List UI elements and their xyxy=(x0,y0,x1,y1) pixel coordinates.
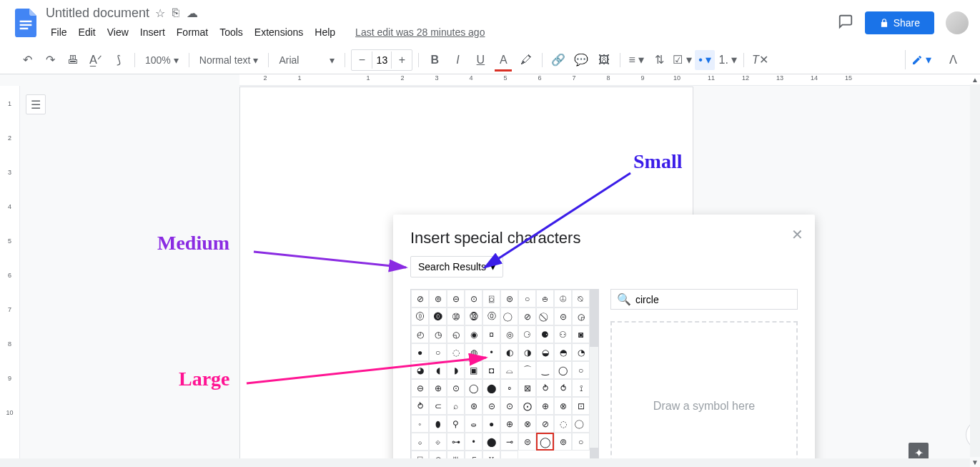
text-color-icon[interactable]: A xyxy=(493,50,513,70)
char-cell[interactable]: ⊶ xyxy=(447,433,465,451)
char-cell[interactable]: ○ xyxy=(429,343,447,361)
char-cell[interactable]: ➉ xyxy=(447,308,465,325)
char-cell[interactable]: • xyxy=(465,433,482,451)
char-cell[interactable]: ◌ xyxy=(447,343,465,361)
char-cell[interactable]: ◙ xyxy=(572,325,590,343)
char-cell[interactable]: ⦹ xyxy=(554,290,572,308)
insert-image-icon[interactable]: 🖼 xyxy=(594,50,614,70)
star-icon[interactable]: ☆ xyxy=(155,6,165,20)
char-cell[interactable]: ⊜ xyxy=(518,433,536,451)
last-edit-link[interactable]: Last edit was 28 minutes ago xyxy=(350,24,490,41)
bold-icon[interactable]: B xyxy=(425,50,445,70)
char-cell[interactable]: ⊘ xyxy=(518,308,536,325)
redo-icon[interactable]: ↷ xyxy=(40,50,60,70)
highlight-icon[interactable]: 🖍 xyxy=(516,50,536,70)
char-cell[interactable]: ⊝ xyxy=(482,397,500,415)
paint-format-icon[interactable]: ⟆ xyxy=(109,50,129,70)
horizontal-ruler[interactable]: 21123456789101112131415 xyxy=(239,74,980,86)
char-cell[interactable]: ◕ xyxy=(411,361,429,379)
char-cell[interactable]: ⃠ xyxy=(536,308,554,325)
char-cell[interactable]: ⊂ xyxy=(429,397,447,415)
char-cell[interactable]: ⊙ xyxy=(447,379,465,397)
cloud-icon[interactable]: ☁ xyxy=(187,6,198,20)
move-icon[interactable]: ⎘ xyxy=(172,6,179,20)
char-cell[interactable]: ◶ xyxy=(572,308,590,325)
draw-symbol-area[interactable]: Draw a symbol here xyxy=(610,321,798,467)
char-cell[interactable]: ⌕ xyxy=(447,397,465,415)
char-cell[interactable]: ◓ xyxy=(554,343,572,361)
font-size-decrease[interactable]: − xyxy=(352,50,372,70)
category-dropdown[interactable]: Search Results ▾ xyxy=(410,256,503,277)
char-cell[interactable]: ⥁ xyxy=(536,379,554,397)
char-cell[interactable]: • xyxy=(482,343,500,361)
menu-help[interactable]: Help xyxy=(310,24,340,41)
char-cell[interactable]: ⚇ xyxy=(554,325,572,343)
char-cell[interactable]: ⊜ xyxy=(500,290,518,308)
insert-link-icon[interactable]: 🔗 xyxy=(548,50,568,70)
char-cell[interactable]: ⊚ xyxy=(554,433,572,451)
char-cell[interactable]: ◯ xyxy=(465,379,482,397)
char-cell[interactable]: ⊕ xyxy=(500,415,518,433)
numbered-list-icon[interactable]: 1. ▾ xyxy=(718,50,738,70)
char-cell[interactable]: ◗ xyxy=(447,361,465,379)
char-cell[interactable]: ⥀ xyxy=(554,379,572,397)
italic-icon[interactable]: I xyxy=(447,50,467,70)
char-cell[interactable]: 🄋 xyxy=(411,308,429,325)
char-cell[interactable]: ◵ xyxy=(447,325,465,343)
align-icon[interactable]: ≡ ▾ xyxy=(626,50,646,70)
char-cell[interactable]: ⊗ xyxy=(554,397,572,415)
char-cell[interactable]: ⊘ xyxy=(536,415,554,433)
char-cell[interactable]: ⨀ xyxy=(518,397,536,415)
vertical-scrollbar[interactable]: ▲ ▼ xyxy=(970,74,980,467)
char-cell[interactable]: ◌ xyxy=(554,415,572,433)
collapse-toolbar-icon[interactable]: ᐱ xyxy=(943,50,963,70)
share-button[interactable]: Share xyxy=(865,11,934,34)
char-cell[interactable]: ◔ xyxy=(572,343,590,361)
scroll-down-icon[interactable]: ▼ xyxy=(971,457,979,467)
font-size-increase[interactable]: + xyxy=(392,50,412,70)
char-cell[interactable]: ◑ xyxy=(518,343,536,361)
scroll-up-icon[interactable]: ▲ xyxy=(971,74,979,84)
char-cell[interactable]: ● xyxy=(482,415,500,433)
char-cell[interactable]: ⊛ xyxy=(465,397,482,415)
char-cell[interactable]: ◐ xyxy=(500,343,518,361)
char-cell[interactable]: ⊖ xyxy=(411,379,429,397)
char-cell[interactable]: ⌒ xyxy=(518,361,536,379)
char-cell[interactable]: ◯ xyxy=(536,433,554,451)
search-input[interactable] xyxy=(635,294,791,305)
char-cell[interactable]: ⬮ xyxy=(429,415,447,433)
menu-edit[interactable]: Edit xyxy=(74,24,101,41)
char-cell[interactable]: ○ xyxy=(518,290,536,308)
char-cell[interactable]: ⬦ xyxy=(411,433,429,451)
outline-toggle[interactable]: ☰ xyxy=(26,94,46,114)
line-spacing-icon[interactable]: ⇅ xyxy=(649,50,669,70)
char-cell[interactable]: ⓾ xyxy=(465,308,482,325)
add-comment-icon[interactable]: 💬 xyxy=(571,50,591,70)
char-cell[interactable]: ◯ xyxy=(554,361,572,379)
char-cell[interactable]: ⌼ xyxy=(482,290,500,308)
char-cell[interactable]: ‿ xyxy=(536,361,554,379)
char-cell[interactable]: ⊙ xyxy=(465,290,482,308)
char-cell[interactable]: ⊝ xyxy=(554,308,572,325)
char-cell[interactable]: ⓪ xyxy=(482,308,500,325)
vertical-ruler[interactable]: 12345678910 xyxy=(0,86,20,467)
char-cell[interactable]: 🄌 xyxy=(429,308,447,325)
char-cell[interactable]: ⟟ xyxy=(572,379,590,397)
char-cell[interactable]: ⃝ xyxy=(572,415,590,433)
menu-view[interactable]: View xyxy=(102,24,134,41)
font-select[interactable]: Arial ▾ xyxy=(274,54,339,66)
menu-tools[interactable]: Tools xyxy=(214,24,248,41)
zoom-select[interactable]: 100% ▾ xyxy=(141,54,183,66)
editing-mode-select[interactable]: ▾ xyxy=(905,50,937,69)
horizontal-scrollbar[interactable] xyxy=(0,458,970,467)
char-cell[interactable]: ⬤ xyxy=(482,433,500,451)
char-cell[interactable]: ◎ xyxy=(500,325,518,343)
style-select[interactable]: Normal text ▾ xyxy=(195,54,263,66)
char-cell[interactable]: ⦺ xyxy=(536,290,554,308)
char-cell[interactable]: ⊕ xyxy=(429,379,447,397)
char-cell[interactable]: ⚈ xyxy=(536,325,554,343)
char-cell[interactable]: ○ xyxy=(572,361,590,379)
close-icon[interactable]: ✕ xyxy=(791,226,803,243)
char-cell[interactable]: ⚆ xyxy=(518,325,536,343)
document-title[interactable]: Untitled document xyxy=(46,6,149,21)
